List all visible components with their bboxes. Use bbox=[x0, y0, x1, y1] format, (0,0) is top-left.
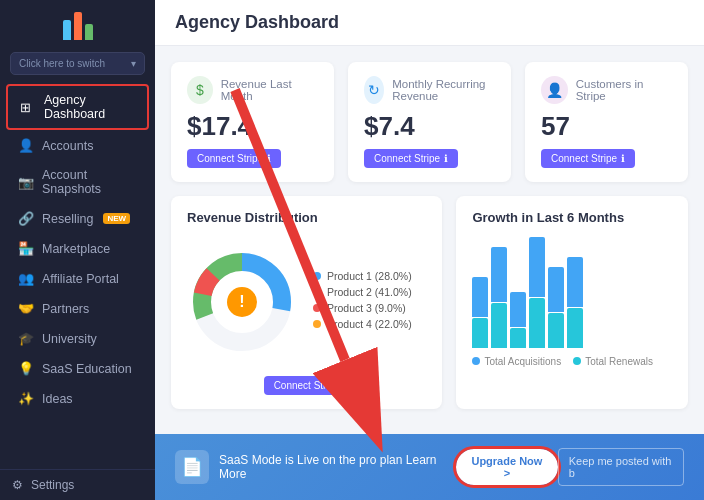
info-icon: ℹ bbox=[621, 153, 625, 164]
bar-row bbox=[472, 268, 672, 348]
mrr-icon: ↻ bbox=[364, 76, 384, 104]
settings-label: Settings bbox=[31, 478, 74, 492]
sidebar-item-accounts[interactable]: 👤 Accounts bbox=[6, 131, 149, 160]
warning-icon: ! bbox=[227, 287, 257, 317]
sidebar-item-university[interactable]: 🎓 University bbox=[6, 324, 149, 353]
sidebar-item-partners[interactable]: 🤝 Partners bbox=[6, 294, 149, 323]
stat-card-label: Revenue Last Month bbox=[221, 78, 318, 102]
bar-group-6 bbox=[567, 257, 583, 348]
partners-icon: 🤝 bbox=[18, 301, 34, 316]
donut-chart: ! bbox=[187, 247, 297, 357]
bar-group-4 bbox=[529, 237, 545, 348]
legend-dot-2 bbox=[313, 288, 321, 296]
sidebar-item-label: SaaS Education bbox=[42, 362, 132, 376]
sidebar-item-account-snapshots[interactable]: 📷 Account Snapshots bbox=[6, 161, 149, 203]
info-icon: ℹ bbox=[444, 153, 448, 164]
sidebar-item-label: Ideas bbox=[42, 392, 73, 406]
bar-group-3 bbox=[510, 292, 526, 348]
connect-stripe-button-1[interactable]: Connect Stripe ℹ bbox=[187, 149, 281, 168]
sidebar-item-ideas[interactable]: ✨ Ideas bbox=[6, 384, 149, 413]
banner-left: 📄 SaaS Mode is Live on the pro plan Lear… bbox=[175, 449, 558, 485]
legend-item-2: Product 2 (41.0%) bbox=[313, 286, 412, 298]
chevron-down-icon: ▾ bbox=[131, 58, 136, 69]
legend-label-3: Product 3 (9.0%) bbox=[327, 302, 406, 314]
bar-group-1 bbox=[472, 277, 488, 348]
legend-dot-3 bbox=[313, 304, 321, 312]
sidebar-nav: ⊞ Agency Dashboard 👤 Accounts 📷 Account … bbox=[0, 79, 155, 469]
logo-bar-1 bbox=[63, 20, 71, 40]
legend-label-4: Product 4 (22.0%) bbox=[327, 318, 412, 330]
customers-icon: 👤 bbox=[541, 76, 568, 104]
new-badge: NEW bbox=[103, 213, 130, 224]
revenue-icon: $ bbox=[187, 76, 213, 104]
dashboard-content: $ Revenue Last Month $17.4 Connect Strip… bbox=[155, 46, 704, 434]
stripe-btn-label: Connect Stripe bbox=[551, 153, 617, 164]
sidebar: Click here to switch ▾ ⊞ Agency Dashboar… bbox=[0, 0, 155, 500]
sidebar-item-reselling[interactable]: 🔗 Reselling NEW bbox=[6, 204, 149, 233]
connect-stripe-button-2[interactable]: Connect Stripe ℹ bbox=[364, 149, 458, 168]
sidebar-item-label: Affiliate Portal bbox=[42, 272, 119, 286]
upgrade-banner: 📄 SaaS Mode is Live on the pro plan Lear… bbox=[155, 434, 704, 500]
upgrade-btn-label: Upgrade Now > bbox=[470, 455, 544, 479]
chart-footer: Total Acquisitions Total Renewals bbox=[472, 356, 672, 367]
bar-blue-3 bbox=[510, 292, 526, 327]
info-icon: ℹ bbox=[267, 153, 271, 164]
bar-blue-5 bbox=[548, 267, 564, 312]
footer-dot-2 bbox=[573, 357, 581, 365]
banner-right-text: Keep me posted with b bbox=[558, 448, 684, 486]
bar-blue-4 bbox=[529, 237, 545, 297]
footer-item-2: Total Renewals bbox=[573, 356, 653, 367]
stat-card-revenue: $ Revenue Last Month $17.4 Connect Strip… bbox=[171, 62, 334, 182]
sidebar-item-label: University bbox=[42, 332, 97, 346]
legend-item-4: Product 4 (22.0%) bbox=[313, 318, 412, 330]
sidebar-item-saas-education[interactable]: 💡 SaaS Education bbox=[6, 354, 149, 383]
stats-row: $ Revenue Last Month $17.4 Connect Strip… bbox=[171, 62, 688, 182]
bar-blue-1 bbox=[472, 277, 488, 317]
footer-item-1: Total Acquisitions bbox=[472, 356, 561, 367]
bar-teal-1 bbox=[472, 318, 488, 348]
bar-blue-2 bbox=[491, 247, 507, 302]
snapshots-icon: 📷 bbox=[18, 175, 34, 190]
sidebar-item-label: Partners bbox=[42, 302, 89, 316]
upgrade-now-button[interactable]: Upgrade Now > bbox=[456, 449, 558, 485]
logo-icon bbox=[63, 12, 93, 40]
marketplace-icon: 🏪 bbox=[18, 241, 34, 256]
stat-card-header: 👤 Customers in Stripe bbox=[541, 76, 672, 104]
chart-title: Revenue Distribution bbox=[187, 210, 426, 225]
bar-teal-2 bbox=[491, 303, 507, 348]
connect-stripe-button-3[interactable]: Connect Stripe ℹ bbox=[541, 149, 635, 168]
bar-teal-6 bbox=[567, 308, 583, 348]
stat-card-value: $17.4 bbox=[187, 112, 318, 141]
sidebar-item-label: Marketplace bbox=[42, 242, 110, 256]
stat-card-value: 57 bbox=[541, 112, 672, 141]
settings-footer[interactable]: ⚙ Settings bbox=[0, 469, 155, 500]
connect-stripe-chart-button[interactable]: Connect Stripe bbox=[264, 376, 350, 395]
page-header: Agency Dashboard bbox=[155, 0, 704, 46]
university-icon: 🎓 bbox=[18, 331, 34, 346]
sidebar-item-label: Accounts bbox=[42, 139, 93, 153]
bar-teal-3 bbox=[510, 328, 526, 348]
donut-area: ! Product 1 (28.0%) Product 2 (41.0%) bbox=[187, 237, 426, 367]
sidebar-item-affiliate-portal[interactable]: 👥 Affiliate Portal bbox=[6, 264, 149, 293]
chart-connect-stripe: Connect Stripe bbox=[187, 375, 426, 395]
sidebar-item-marketplace[interactable]: 🏪 Marketplace bbox=[6, 234, 149, 263]
workspace-switcher[interactable]: Click here to switch ▾ bbox=[10, 52, 145, 75]
settings-icon: ⚙ bbox=[12, 478, 23, 492]
legend-item-1: Product 1 (28.0%) bbox=[313, 270, 412, 282]
stat-card-label: Monthly Recurring Revenue bbox=[392, 78, 495, 102]
stat-card-header: ↻ Monthly Recurring Revenue bbox=[364, 76, 495, 104]
stripe-chart-btn-label: Connect Stripe bbox=[274, 380, 340, 391]
sidebar-item-agency-dashboard[interactable]: ⊞ Agency Dashboard bbox=[6, 84, 149, 130]
sidebar-item-label: Agency Dashboard bbox=[44, 93, 135, 121]
sidebar-item-label: Account Snapshots bbox=[42, 168, 137, 196]
donut-legend: Product 1 (28.0%) Product 2 (41.0%) Prod… bbox=[313, 270, 412, 334]
legend-label-2: Product 2 (41.0%) bbox=[327, 286, 412, 298]
page-title: Agency Dashboard bbox=[175, 12, 684, 33]
stat-card-label: Customers in Stripe bbox=[576, 78, 672, 102]
accounts-icon: 👤 bbox=[18, 138, 34, 153]
bar-teal-4 bbox=[529, 298, 545, 348]
logo-bar-2 bbox=[74, 12, 82, 40]
main-content: Agency Dashboard $ Revenue Last Month $1… bbox=[155, 0, 704, 500]
footer-dot-1 bbox=[472, 357, 480, 365]
bar-chart-area: Total Acquisitions Total Renewals bbox=[472, 237, 672, 367]
